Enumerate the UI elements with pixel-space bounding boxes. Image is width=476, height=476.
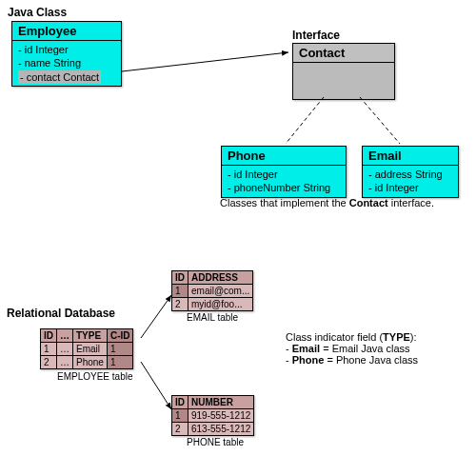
svg-line-0 [122,52,288,71]
phone-table: IDNUMBER 1919-555-1212 2613-555-1212 [171,395,254,436]
indicator-note: Class indicator field (TYPE): - Email = … [286,331,418,366]
class-title: Phone [222,147,346,166]
phone-table-caption: PHONE table [187,437,244,447]
svg-line-2 [360,97,400,144]
interface-contact: Contact [292,43,395,100]
java-class-label: Java Class [8,6,67,19]
implements-note: Classes that implement the Contact inter… [220,197,434,208]
attr: - phoneNumber String [228,181,340,194]
email-table: IDADDRESS 1email@com... 2myid@foo... [171,270,253,311]
attr: - id Integer [228,168,340,181]
class-title: Email [363,147,458,166]
class-body [293,63,394,99]
class-employee: Employee - id Integer - name String - co… [11,21,122,87]
class-body: - id Integer - phoneNumber String [222,166,346,197]
class-phone: Phone - id Integer - phoneNumber String [221,146,347,198]
attr: - id Integer [368,181,452,194]
attr: - contact Contact [18,70,115,84]
email-table-caption: EMAIL table [187,312,238,323]
svg-line-4 [141,362,171,409]
attr: - id Integer [18,43,115,56]
employee-table-caption: EMPLOYEE table [57,371,132,382]
svg-line-1 [286,97,324,144]
svg-line-3 [141,295,171,338]
employee-table: ID…TYPEC-ID 1…Email1 2…Phone1 [40,328,133,369]
class-body: - id Integer - name String - contact Con… [12,41,121,86]
attr: - name String [18,56,115,69]
relational-db-label: Relational Database [7,307,115,320]
class-email: Email - address String - id Integer [362,146,459,198]
class-title: Employee [12,22,121,41]
class-body: - address String - id Integer [363,166,458,197]
class-title: Contact [293,44,394,63]
interface-label: Interface [292,29,340,42]
attr: - address String [368,168,452,181]
